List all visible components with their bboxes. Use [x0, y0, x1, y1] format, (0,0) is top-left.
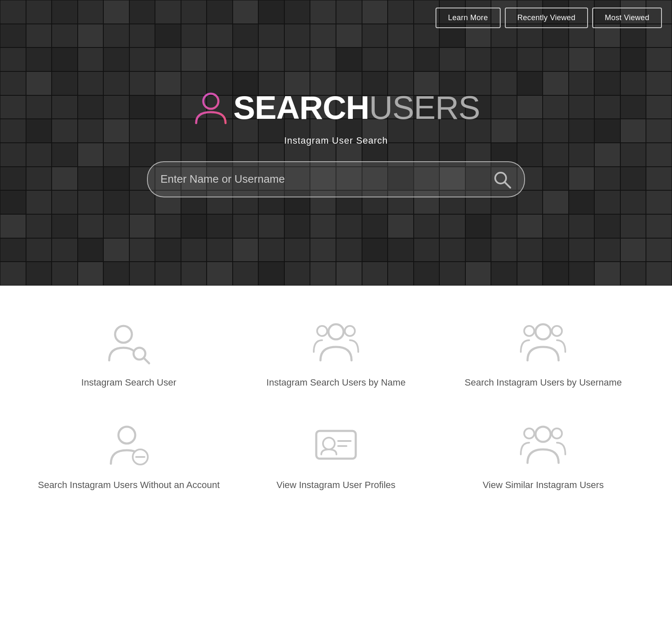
svg-point-19 [536, 427, 551, 442]
svg-point-6 [328, 324, 344, 339]
search-input[interactable] [160, 173, 492, 186]
svg-point-16 [323, 438, 335, 449]
card-search-instagram-users-by-username[interactable]: Search Instagram Users by Username [448, 319, 638, 388]
card-label-search-instagram-users-by-username: Search Instagram Users by Username [465, 377, 622, 388]
learn-more-button[interactable]: Learn More [436, 8, 501, 28]
search-icon [492, 170, 512, 189]
card-label-instagram-search-user: Instagram Search User [81, 377, 176, 388]
nav-bar: Learn More Recently Viewed Most Viewed [425, 0, 672, 36]
recently-viewed-button[interactable]: Recently Viewed [505, 8, 588, 28]
card-label-view-instagram-user-profiles: View Instagram User Profiles [276, 480, 395, 491]
cards-section: Instagram Search User Instagram Search U… [0, 286, 672, 516]
cards-grid: Instagram Search User Instagram Search U… [34, 319, 638, 491]
user-minus-icon [106, 422, 152, 468]
svg-point-3 [115, 326, 132, 343]
card-label-search-instagram-users-without-account: Search Instagram Users Without an Accoun… [38, 480, 220, 491]
search-bar [147, 161, 525, 197]
card-view-similar-instagram-users[interactable]: View Similar Instagram Users [448, 422, 638, 491]
card-search-instagram-users-without-account[interactable]: Search Instagram Users Without an Accoun… [34, 422, 224, 491]
card-label-view-similar-instagram-users: View Similar Instagram Users [483, 480, 604, 491]
svg-point-0 [203, 94, 218, 109]
users-similar-icon [520, 422, 566, 468]
svg-point-10 [552, 326, 562, 336]
user-card-icon [313, 422, 359, 468]
hero-section: SEARCH USERS Instagram User Search [0, 0, 672, 286]
svg-point-21 [524, 428, 534, 438]
card-label-instagram-search-users-by-name: Instagram Search Users by Name [266, 377, 405, 388]
most-viewed-button[interactable]: Most Viewed [592, 8, 662, 28]
card-instagram-search-user[interactable]: Instagram Search User [34, 319, 224, 388]
svg-line-5 [144, 358, 149, 363]
users-group-2-icon [520, 319, 566, 365]
users-group-icon [313, 319, 359, 365]
svg-point-7 [345, 326, 355, 336]
svg-point-20 [552, 428, 562, 438]
card-view-instagram-user-profiles[interactable]: View Instagram User Profiles [241, 422, 431, 491]
card-instagram-search-users-by-name[interactable]: Instagram Search Users by Name [241, 319, 431, 388]
svg-line-2 [505, 182, 510, 188]
search-user-icon [106, 319, 152, 365]
svg-point-11 [524, 326, 534, 336]
svg-point-12 [118, 427, 135, 444]
logo-area: SEARCH USERS Instagram User Search [192, 89, 480, 146]
svg-point-9 [536, 324, 551, 339]
logo-users-text: USERS [369, 89, 480, 127]
search-submit-button[interactable] [492, 170, 512, 189]
logo-search-text: SEARCH [233, 89, 369, 127]
logo-row: SEARCH USERS [192, 89, 480, 127]
svg-point-8 [317, 326, 327, 336]
logo-person-icon [192, 89, 230, 126]
logo-subtitle: Instagram User Search [284, 135, 388, 146]
